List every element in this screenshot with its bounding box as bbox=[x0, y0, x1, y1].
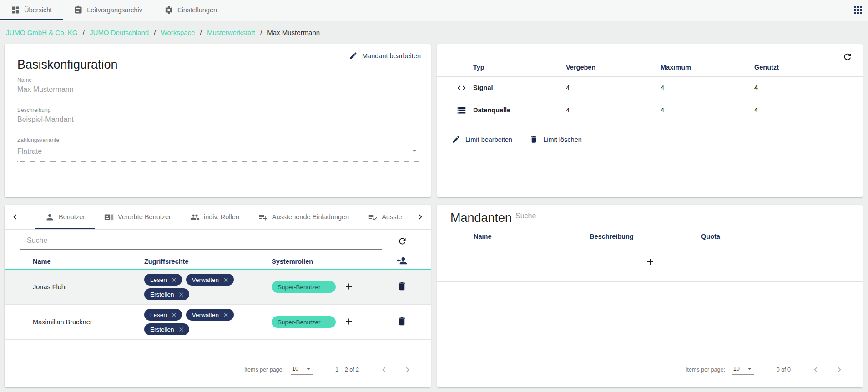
previous-page-button[interactable] bbox=[379, 365, 389, 375]
rights-chips: Lesen Verwalten Erstellen bbox=[144, 305, 258, 339]
permission-chip[interactable]: Lesen bbox=[144, 309, 182, 321]
table-row[interactable]: Maximilian Bruckner Lesen Verwalten Erst… bbox=[5, 305, 431, 340]
tab-benutzer[interactable]: Benutzer bbox=[35, 205, 95, 229]
table-row[interactable]: Datenquelle 4 4 4 bbox=[437, 99, 863, 121]
breadcrumb: JUMO GmbH & Co. KG / JUMO Deutschland / … bbox=[6, 29, 320, 36]
basiskonfiguration-card: Mandant bearbeiten Basiskonfiguration Na… bbox=[5, 44, 431, 197]
remove-chip-icon[interactable] bbox=[171, 312, 177, 318]
edit-mandant-label: Mandant bearbeiten bbox=[362, 52, 421, 60]
remove-chip-icon[interactable] bbox=[171, 276, 177, 283]
benutzer-table: Name Zugriffsrechte Systemrollen Jonas F… bbox=[5, 254, 431, 340]
breadcrumb-link[interactable]: JUMO Deutschland bbox=[90, 29, 149, 36]
remove-chip-icon[interactable] bbox=[222, 312, 229, 318]
permission-chip[interactable]: Verwalten bbox=[186, 274, 234, 286]
remove-chip-icon[interactable] bbox=[324, 319, 331, 326]
chip-label: Verwalten bbox=[192, 312, 219, 318]
user-name: Jonas Flohr bbox=[33, 283, 144, 291]
trash-icon bbox=[530, 135, 538, 144]
benutzer-search bbox=[20, 233, 382, 250]
vergeben-value: 4 bbox=[566, 84, 661, 91]
table-row[interactable]: Signal 4 4 4 bbox=[437, 77, 863, 99]
permission-chip[interactable]: Lesen bbox=[144, 274, 182, 286]
chip-label: Super-Benutzer bbox=[278, 319, 321, 326]
rights-chips: Lesen Verwalten Erstellen bbox=[144, 270, 258, 304]
storage-icon bbox=[457, 106, 466, 115]
chevron-right-icon bbox=[415, 212, 425, 222]
top-navigation-bar: Übersicht Leitvorgangsarchiv Einstellung… bbox=[0, 0, 868, 21]
page-size-select[interactable]: 10 bbox=[291, 365, 313, 375]
tab-einstellungen[interactable]: Einstellungen bbox=[153, 0, 228, 20]
refresh-icon[interactable] bbox=[398, 236, 407, 247]
previous-page-button[interactable] bbox=[811, 365, 821, 375]
items-per-page-label: Items per page: bbox=[686, 367, 725, 373]
mandanten-search bbox=[515, 208, 841, 225]
chip-label: Lesen bbox=[150, 312, 167, 318]
search-input[interactable] bbox=[515, 208, 841, 225]
limit-actions: Limit bearbeiten Limit löschen bbox=[452, 135, 582, 144]
permission-chip[interactable]: Erstellen bbox=[144, 323, 189, 335]
next-page-button[interactable] bbox=[403, 365, 413, 375]
remove-chip-icon[interactable] bbox=[324, 284, 331, 291]
tab-vererbte-benutzer[interactable]: Vererbte Benutzer bbox=[95, 205, 181, 229]
beschreibung-field: Beschreibung Beispiel-Mandant bbox=[17, 107, 419, 128]
table-row[interactable]: Jonas Flohr Lesen Verwalten Erstellen Su… bbox=[5, 269, 431, 305]
page-range-label: 0 of 0 bbox=[777, 367, 791, 373]
chip-label: Verwalten bbox=[192, 276, 219, 283]
user-name: Maximilian Bruckner bbox=[33, 318, 144, 326]
add-user-button[interactable] bbox=[397, 256, 407, 267]
search-input[interactable] bbox=[20, 233, 382, 250]
add-role-button[interactable] bbox=[344, 281, 354, 293]
mandanten-table: Name Beschreibung Quota bbox=[437, 230, 863, 282]
page-range-label: 1 – 2 of 2 bbox=[335, 367, 359, 373]
mandanten-title: Mandanten bbox=[450, 211, 512, 225]
field-label: Beschreibung bbox=[17, 107, 419, 113]
limits-table-header: Typ Vergeben Maximum Genutzt bbox=[437, 58, 863, 77]
next-page-button[interactable] bbox=[834, 365, 844, 375]
remove-chip-icon[interactable] bbox=[178, 326, 185, 333]
delete-user-button[interactable] bbox=[397, 281, 407, 293]
permission-chip[interactable]: Erstellen bbox=[144, 288, 189, 300]
column-header: Name bbox=[33, 258, 144, 265]
genutzt-value: 4 bbox=[754, 106, 863, 114]
permission-chip[interactable]: Verwalten bbox=[186, 309, 234, 321]
page-size-select[interactable]: 10 bbox=[732, 365, 754, 375]
role-chip[interactable]: Super-Benutzer bbox=[272, 316, 336, 328]
role-chip[interactable]: Super-Benutzer bbox=[272, 281, 336, 293]
tab-indiv-rollen[interactable]: indiv. Rollen bbox=[181, 205, 249, 229]
genutzt-value: 4 bbox=[754, 84, 863, 91]
page-size-value: 10 bbox=[733, 366, 740, 372]
add-mandant-button[interactable] bbox=[645, 256, 656, 269]
tab-ausstehende-weitere[interactable]: Ausste bbox=[358, 205, 411, 229]
column-header: Maximum bbox=[661, 64, 754, 71]
field-label: Zahlungsvariante bbox=[17, 137, 419, 143]
field-value: Beispiel-Mandant bbox=[17, 116, 419, 124]
tab-label: Benutzer bbox=[59, 213, 85, 221]
roles-cell: Super-Benutzer bbox=[272, 281, 388, 293]
dropdown-arrow-icon bbox=[304, 365, 313, 373]
breadcrumb-link[interactable]: Workspace bbox=[161, 29, 195, 36]
limits-table: Typ Vergeben Maximum Genutzt Signal 4 4 … bbox=[437, 58, 863, 121]
gear-icon bbox=[164, 5, 173, 15]
apps-grid-icon[interactable] bbox=[853, 5, 863, 17]
limits-card: Typ Vergeben Maximum Genutzt Signal 4 4 … bbox=[437, 44, 863, 197]
roles-cell: Super-Benutzer bbox=[272, 316, 388, 328]
remove-chip-icon[interactable] bbox=[178, 291, 185, 298]
edit-mandant-button[interactable]: Mandant bearbeiten bbox=[349, 51, 421, 60]
limit-type: Signal bbox=[473, 84, 493, 91]
tab-scroll-right-button[interactable] bbox=[410, 205, 431, 229]
remove-chip-icon[interactable] bbox=[222, 276, 229, 283]
add-role-button[interactable] bbox=[344, 317, 354, 328]
delete-user-button[interactable] bbox=[397, 316, 407, 328]
field-value: Max Mustermann bbox=[17, 85, 419, 94]
tab-scroll-left-button[interactable] bbox=[5, 205, 25, 229]
column-header: Beschreibung bbox=[590, 233, 701, 240]
breadcrumb-link[interactable]: Musterwerkstatt bbox=[207, 29, 255, 36]
playlist-add-icon bbox=[258, 212, 268, 222]
breadcrumb-link[interactable]: JUMO GmbH & Co. KG bbox=[6, 29, 78, 36]
tab-ausstehende-einladungen[interactable]: Ausstehende Einladungen bbox=[249, 205, 358, 229]
tab-uebersicht[interactable]: Übersicht bbox=[0, 0, 63, 20]
group-icon bbox=[190, 212, 200, 222]
edit-limit-button[interactable]: Limit bearbeiten bbox=[452, 135, 512, 144]
delete-limit-button[interactable]: Limit löschen bbox=[530, 135, 582, 144]
tab-leitvorgangsarchiv[interactable]: Leitvorgangsarchiv bbox=[63, 0, 153, 20]
